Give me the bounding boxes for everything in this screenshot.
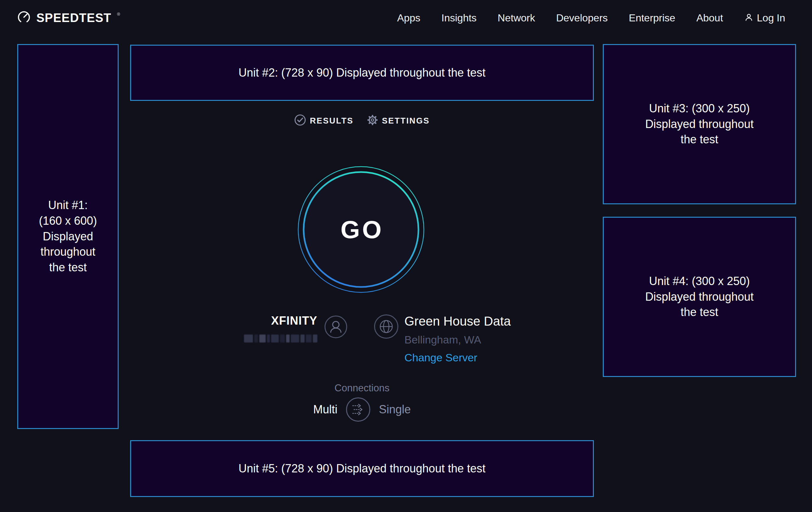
- ad-unit-5-text: Unit #5: (728 x 90) Displayed throughout…: [238, 461, 486, 477]
- login-button[interactable]: Log In: [744, 12, 785, 24]
- logo-text: SPEEDTEST: [36, 11, 111, 25]
- speedtest-gauge-icon: [17, 10, 31, 26]
- speedtest-logo[interactable]: SPEEDTEST ®: [17, 10, 120, 26]
- main-nav: Apps Insights Network Developers Enterpr…: [397, 12, 785, 24]
- logo-trademark: ®: [117, 12, 120, 17]
- nav-item-enterprise[interactable]: Enterprise: [629, 12, 675, 24]
- nav-item-network[interactable]: Network: [497, 12, 535, 24]
- ad-unit-4-text: Unit #4: (300 x 250) Displayed throughou…: [645, 274, 754, 321]
- connections-single-option[interactable]: Single: [379, 403, 411, 416]
- tab-results[interactable]: RESULTS: [294, 114, 354, 127]
- isp-user-circle-icon: [324, 315, 347, 340]
- globe-icon: [374, 314, 399, 340]
- connections-multi-option[interactable]: Multi: [313, 403, 338, 416]
- server-info: Green House Data Bellingham, WA Change S…: [404, 314, 511, 364]
- nav-item-about[interactable]: About: [696, 12, 723, 24]
- top-nav-bar: SPEEDTEST ® Apps Insights Network Develo…: [0, 0, 812, 36]
- login-label: Log In: [757, 12, 785, 24]
- connections-toggle-row: Multi Single: [130, 397, 594, 422]
- redacted-ip-text: [244, 334, 317, 343]
- tabs-row: RESULTS SETTINGS: [130, 114, 594, 127]
- nav-item-developers[interactable]: Developers: [556, 12, 608, 24]
- ad-unit-5-leaderboard[interactable]: Unit #5: (728 x 90) Displayed throughout…: [130, 440, 594, 497]
- tab-results-label: RESULTS: [310, 116, 354, 126]
- ad-unit-4-rectangle[interactable]: Unit #4: (300 x 250) Displayed throughou…: [603, 217, 796, 377]
- connections-label: Connections: [130, 382, 594, 394]
- user-icon: [744, 12, 754, 23]
- tab-settings-label: SETTINGS: [382, 116, 430, 126]
- nav-item-insights[interactable]: Insights: [441, 12, 476, 24]
- check-circle-icon: [294, 114, 306, 127]
- go-button[interactable]: GO: [297, 166, 425, 293]
- ad-unit-3-rectangle[interactable]: Unit #3: (300 x 250) Displayed throughou…: [603, 44, 796, 204]
- ad-unit-2-leaderboard[interactable]: Unit #2: (728 x 90) Displayed throughout…: [130, 45, 594, 101]
- ad-unit-1-text: Unit #1: (160 x 600) Displayed throughou…: [39, 197, 97, 276]
- nav-item-apps[interactable]: Apps: [397, 12, 420, 24]
- tab-settings[interactable]: SETTINGS: [368, 115, 430, 127]
- isp-name: XFINITY: [271, 314, 317, 327]
- ad-unit-3-text: Unit #3: (300 x 250) Displayed throughou…: [645, 101, 754, 148]
- ad-unit-1-skyscraper[interactable]: Unit #1: (160 x 600) Displayed throughou…: [17, 44, 119, 429]
- gear-icon: [368, 115, 378, 127]
- go-button-label: GO: [297, 166, 425, 293]
- ad-unit-2-text: Unit #2: (728 x 90) Displayed throughout…: [238, 65, 486, 81]
- change-server-link[interactable]: Change Server: [404, 351, 511, 364]
- server-name: Green House Data: [404, 314, 511, 328]
- server-location: Bellingham, WA: [404, 333, 511, 346]
- multi-connection-icon[interactable]: [346, 397, 371, 422]
